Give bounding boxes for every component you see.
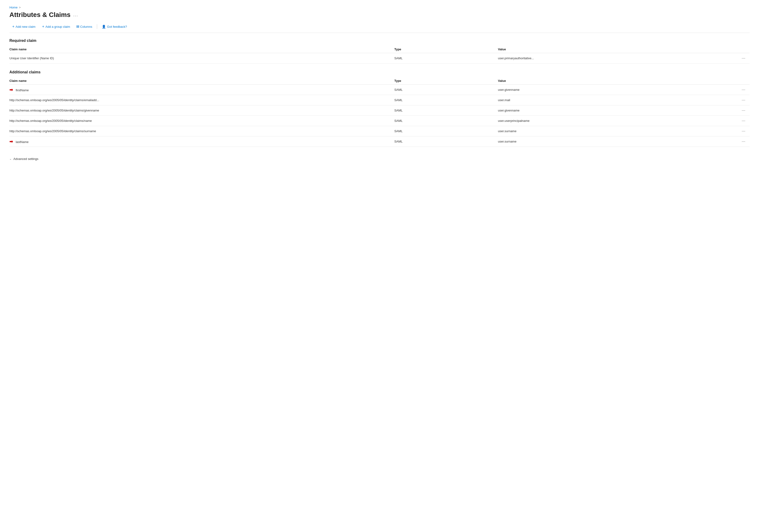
- feedback-button[interactable]: 👤 Got feedback?: [99, 23, 130, 30]
- claim-name-cell: http://schemas.xmlsoap.org/ws/2005/05/id…: [9, 116, 394, 126]
- claim-type-cell: SAML: [394, 137, 498, 147]
- claim-name-text: firstName: [16, 88, 29, 92]
- row-actions-button[interactable]: ⋯: [741, 56, 747, 61]
- table-row[interactable]: http://schemas.xmlsoap.org/ws/2005/05/id…: [9, 95, 750, 105]
- claim-actions-cell[interactable]: ⋯: [705, 95, 750, 105]
- claim-actions-cell[interactable]: ⋯: [705, 137, 750, 147]
- add-col-header-value: Value: [498, 77, 705, 85]
- claim-actions-cell[interactable]: ⋯: [705, 116, 750, 126]
- claim-type-cell: SAML: [394, 53, 498, 63]
- claim-type-cell: SAML: [394, 85, 498, 95]
- chevron-down-icon: ⌄: [9, 157, 12, 160]
- col-header-claim-name: Claim name: [9, 46, 394, 53]
- claim-name-cell: Unique User Identifier (Name ID): [9, 53, 394, 63]
- page-title-ellipsis[interactable]: ...: [73, 13, 78, 18]
- plus-icon-2: +: [42, 25, 44, 28]
- claim-name-cell: http://schemas.xmlsoap.org/ws/2005/05/id…: [9, 126, 394, 137]
- required-claims-table: Claim name Type Value Unique User Identi…: [9, 46, 750, 63]
- claim-value-cell: user.userprincipalname: [498, 116, 705, 126]
- claim-value-cell: user.mail: [498, 95, 705, 105]
- row-actions-button[interactable]: ⋯: [741, 118, 747, 123]
- breadcrumb: Home >: [9, 6, 750, 9]
- claim-value-cell: user.givenname: [498, 105, 705, 116]
- add-new-claim-label: Add new claim: [16, 25, 35, 28]
- table-row[interactable]: http://schemas.xmlsoap.org/ws/2005/05/id…: [9, 105, 750, 116]
- claim-value-cell: user.primaryauthoritative...: [498, 53, 705, 63]
- breadcrumb-separator: >: [19, 6, 21, 9]
- claim-type-cell: SAML: [394, 126, 498, 137]
- columns-label: Columns: [80, 25, 92, 28]
- row-actions-button[interactable]: ⋯: [741, 139, 747, 144]
- additional-claims-header-row: Claim name Type Value: [9, 77, 750, 85]
- advanced-settings[interactable]: ⌄ Advanced settings: [9, 153, 750, 161]
- columns-icon: [77, 25, 79, 28]
- additional-claims-table: Claim name Type Value ➡ firstName SAML u…: [9, 77, 750, 147]
- claim-name-cell: http://schemas.xmlsoap.org/ws/2005/05/id…: [9, 95, 394, 105]
- table-row[interactable]: ➡ lastName SAML user.surname ⋯: [9, 137, 750, 147]
- add-col-header-claim-name: Claim name: [9, 77, 394, 85]
- table-row[interactable]: ➡ firstName SAML user.givenname ⋯: [9, 85, 750, 95]
- add-new-claim-button[interactable]: + Add new claim: [9, 23, 38, 30]
- add-col-header-actions: [705, 77, 750, 85]
- row-actions-button[interactable]: ⋯: [741, 97, 747, 103]
- toolbar-separator: [97, 24, 97, 29]
- toolbar: + Add new claim + Add a group claim Colu…: [9, 23, 750, 33]
- feedback-label: Got feedback?: [107, 25, 127, 28]
- claim-actions-cell[interactable]: ⋯: [705, 105, 750, 116]
- add-group-claim-button[interactable]: + Add a group claim: [39, 23, 73, 30]
- add-col-header-type: Type: [394, 77, 498, 85]
- row-actions-button[interactable]: ⋯: [741, 108, 747, 113]
- advanced-settings-label: Advanced settings: [14, 157, 38, 161]
- table-row[interactable]: http://schemas.xmlsoap.org/ws/2005/05/id…: [9, 126, 750, 137]
- page-title-text: Attributes & Claims: [9, 11, 70, 19]
- required-claims-title: Required claim: [9, 39, 750, 43]
- row-actions-button[interactable]: ⋯: [741, 87, 747, 93]
- required-claims-header-row: Claim name Type Value: [9, 46, 750, 53]
- claim-name-text: http://schemas.xmlsoap.org/ws/2005/05/id…: [9, 119, 92, 123]
- col-header-value: Value: [498, 46, 705, 53]
- add-group-claim-label: Add a group claim: [45, 25, 70, 28]
- claim-type-cell: SAML: [394, 105, 498, 116]
- claim-actions-cell[interactable]: ⋯: [705, 126, 750, 137]
- claim-actions-cell[interactable]: ⋯: [705, 85, 750, 95]
- feedback-icon: 👤: [102, 25, 106, 28]
- claim-name-text: http://schemas.xmlsoap.org/ws/2005/05/id…: [9, 129, 96, 133]
- page-title: Attributes & Claims ...: [9, 11, 750, 19]
- claim-type-cell: SAML: [394, 95, 498, 105]
- additional-claims-section: Additional claims Claim name Type Value …: [9, 70, 750, 147]
- claim-value-cell: user.givenname: [498, 85, 705, 95]
- row-arrow-icon: ➡: [9, 87, 13, 93]
- col-header-actions: [705, 46, 750, 53]
- claim-value-cell: user.surname: [498, 126, 705, 137]
- required-claims-section: Required claim Claim name Type Value Uni…: [9, 39, 750, 63]
- claim-name-text: http://schemas.xmlsoap.org/ws/2005/05/id…: [9, 109, 99, 112]
- additional-claims-title: Additional claims: [9, 70, 750, 74]
- row-actions-button[interactable]: ⋯: [741, 128, 747, 134]
- table-row[interactable]: http://schemas.xmlsoap.org/ws/2005/05/id…: [9, 116, 750, 126]
- col-header-type: Type: [394, 46, 498, 53]
- table-row[interactable]: Unique User Identifier (Name ID) SAML us…: [9, 53, 750, 63]
- claim-name-cell: ➡ lastName: [9, 137, 394, 147]
- claim-name-text: http://schemas.xmlsoap.org/ws/2005/05/id…: [9, 98, 99, 102]
- claim-name-cell: ➡ firstName: [9, 85, 394, 95]
- claim-type-cell: SAML: [394, 116, 498, 126]
- columns-button[interactable]: Columns: [74, 23, 95, 30]
- claim-name-text: lastName: [16, 140, 29, 144]
- home-link[interactable]: Home: [9, 6, 18, 9]
- claim-actions-cell[interactable]: ⋯: [705, 53, 750, 63]
- claim-name-cell: http://schemas.xmlsoap.org/ws/2005/05/id…: [9, 105, 394, 116]
- claim-name-text: Unique User Identifier (Name ID): [9, 57, 54, 60]
- plus-icon: +: [12, 25, 14, 28]
- claim-value-cell: user.surname: [498, 137, 705, 147]
- row-arrow-icon: ➡: [9, 139, 13, 144]
